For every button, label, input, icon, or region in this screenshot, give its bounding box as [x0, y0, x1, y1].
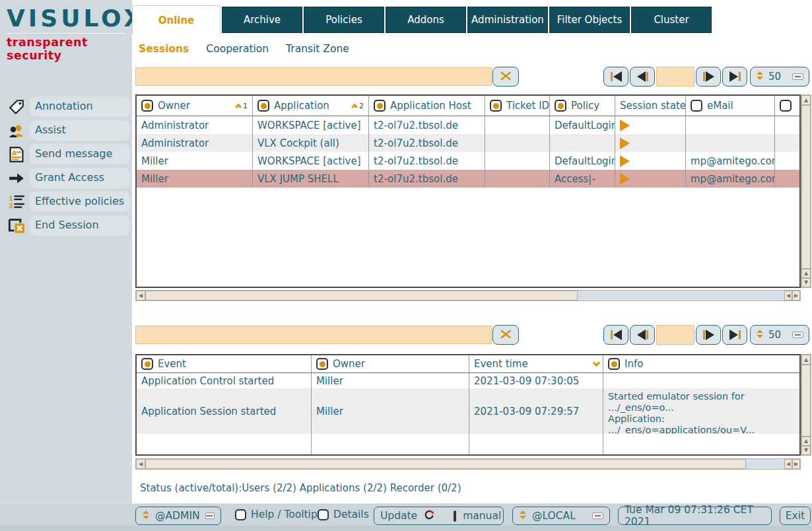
next-page-button[interactable]: [696, 325, 721, 345]
scroll-left-button[interactable]: ◀: [136, 291, 145, 301]
sidebar-item-end-session[interactable]: End Session: [0, 215, 132, 236]
scroll-left-button[interactable]: ◀: [136, 459, 145, 469]
column-header-owner[interactable]: Owner: [312, 355, 469, 372]
subtab-cooperation[interactable]: Cooperation: [206, 43, 269, 55]
scroll-up-button[interactable]: ▲: [801, 269, 811, 278]
scrollbar-thumb[interactable]: [145, 291, 578, 301]
local-scope-select[interactable]: @LOCAL: [512, 507, 610, 525]
events-table: Event Owner Event time Info Application …: [135, 354, 801, 456]
subtab-sessions[interactable]: Sessions: [139, 43, 189, 55]
scroll-right-button[interactable]: ▶: [792, 291, 800, 301]
column-filter-icon[interactable]: [141, 100, 153, 112]
scroll-up-button[interactable]: ▲: [801, 355, 811, 365]
column-checkbox[interactable]: [780, 100, 792, 112]
session-active-play-icon[interactable]: [620, 173, 630, 185]
scrollbar-thumb[interactable]: [801, 365, 811, 437]
column-header-application[interactable]: Application 2: [253, 96, 369, 116]
events-vertical-scrollbar[interactable]: ▲ ▲ ▼: [801, 354, 811, 456]
column-filter-icon[interactable]: [555, 100, 566, 112]
column-header-ticket-id[interactable]: Ticket ID: [485, 96, 550, 116]
tab-archive[interactable]: Archive: [222, 7, 302, 33]
page-number-input[interactable]: [656, 67, 694, 87]
scroll-right-button[interactable]: ▶: [792, 459, 800, 469]
previous-page-button[interactable]: [630, 67, 655, 87]
column-filter-icon[interactable]: [141, 358, 153, 370]
tab-policies[interactable]: Policies: [304, 7, 384, 33]
scrollbar-thumb[interactable]: [801, 105, 811, 269]
event-row[interactable]: [137, 434, 799, 456]
column-checkbox[interactable]: [691, 100, 702, 112]
column-header-info[interactable]: Info: [603, 355, 801, 372]
events-horizontal-scrollbar[interactable]: ◀ ◀ ▶: [135, 458, 801, 470]
previous-page-button[interactable]: [630, 325, 655, 345]
scroll-up-button[interactable]: ▲: [801, 95, 811, 105]
column-filter-icon[interactable]: [374, 100, 386, 112]
sessions-horizontal-scrollbar[interactable]: ◀ ◀ ▶: [135, 290, 801, 301]
last-page-button[interactable]: [722, 325, 747, 345]
subtab-transit-zone[interactable]: Transit Zone: [286, 43, 349, 55]
sidebar-item-effective-policies[interactable]: 12 Effective policies: [0, 192, 132, 213]
page-size-select[interactable]: 50: [750, 67, 809, 87]
first-page-button[interactable]: [603, 67, 628, 87]
update-control-group[interactable]: Update manual: [374, 507, 504, 525]
sessions-filter-clear-button[interactable]: ✕: [492, 67, 519, 87]
column-header-policy[interactable]: Policy: [550, 96, 615, 116]
checkbox-icon[interactable]: [318, 509, 329, 520]
sort-indicator: 2: [353, 102, 364, 110]
column-header-event-time[interactable]: Event time: [469, 355, 603, 372]
sidebar-item-grant-access[interactable]: Grant Access: [0, 168, 132, 189]
events-filter-input[interactable]: [135, 326, 492, 344]
page-number-input[interactable]: [656, 325, 694, 345]
tab-cluster[interactable]: Cluster: [631, 7, 712, 33]
events-filter-clear-button[interactable]: ✕: [492, 325, 519, 345]
exit-button[interactable]: Exit: [780, 507, 811, 525]
scroll-down-button[interactable]: ▼: [801, 446, 811, 455]
sessions-vertical-scrollbar[interactable]: ▲ ▲ ▼: [801, 94, 811, 288]
page-size-select[interactable]: 50: [750, 325, 809, 345]
column-filter-icon[interactable]: [490, 100, 502, 112]
scrollbar-thumb[interactable]: [145, 459, 746, 469]
first-page-button[interactable]: [603, 325, 628, 345]
manual-checkbox[interactable]: [454, 511, 456, 522]
checkbox-icon[interactable]: [235, 509, 246, 520]
column-header-application-host[interactable]: Application Host: [369, 96, 485, 116]
session-row[interactable]: Administrator WORKSPACE [active] t2-ol7u…: [137, 116, 799, 134]
column-header-event[interactable]: Event: [137, 355, 312, 372]
details-checkbox[interactable]: Details: [318, 509, 369, 520]
update-button[interactable]: Update: [380, 510, 417, 522]
sidebar-item-annotation[interactable]: Annotation: [0, 96, 132, 118]
sidebar-item-assist[interactable]: Assist: [0, 120, 132, 141]
column-header-select-all[interactable]: [775, 96, 801, 116]
column-filter-icon[interactable]: [316, 358, 328, 370]
session-row[interactable]: Administrator VLX Cockpit (all) t2-ol7u2…: [137, 134, 799, 152]
arrow-right-icon: [8, 170, 25, 187]
logo-title: VISULOX: [7, 5, 125, 32]
tab-administration[interactable]: Administration: [467, 7, 548, 33]
scroll-left-button[interactable]: ◀: [784, 291, 792, 301]
session-active-play-icon[interactable]: [620, 137, 630, 149]
scroll-left-button[interactable]: ◀: [784, 459, 792, 469]
refresh-icon: [424, 509, 435, 523]
scroll-down-button[interactable]: ▼: [801, 278, 811, 287]
session-active-play-icon[interactable]: [620, 155, 630, 167]
tab-addons[interactable]: Addons: [386, 7, 466, 33]
scroll-up-button[interactable]: ▲: [801, 437, 811, 446]
column-filter-icon[interactable]: [257, 100, 269, 112]
session-row[interactable]: Miller WORKSPACE [active] t2-ol7u2.tbsol…: [137, 152, 799, 170]
sessions-filter-input[interactable]: [135, 67, 492, 86]
next-page-button[interactable]: [696, 67, 721, 87]
event-row[interactable]: Application Control started Miller 2021-…: [137, 373, 799, 388]
column-filter-icon[interactable]: [608, 358, 620, 370]
event-row[interactable]: Application Session started Miller 2021-…: [137, 388, 799, 434]
sidebar-item-send-message[interactable]: A Send message: [0, 144, 132, 165]
session-active-play-icon[interactable]: [620, 120, 630, 131]
session-row-selected[interactable]: Miller VLX JUMP SHELL t2-ol7u2.tbsol.de …: [137, 170, 799, 188]
column-header-email[interactable]: eMail: [686, 96, 775, 116]
tab-filter-objects[interactable]: Filter Objects: [549, 7, 630, 33]
admin-scope-select[interactable]: @ADMIN: [135, 507, 221, 525]
help-tooltip-checkbox[interactable]: Help / Tooltip: [235, 509, 318, 520]
last-page-button[interactable]: [722, 67, 747, 87]
column-header-owner[interactable]: Owner 1: [137, 96, 253, 116]
column-header-session-states[interactable]: Session states: [615, 96, 686, 116]
tab-online[interactable]: Online: [132, 5, 220, 34]
